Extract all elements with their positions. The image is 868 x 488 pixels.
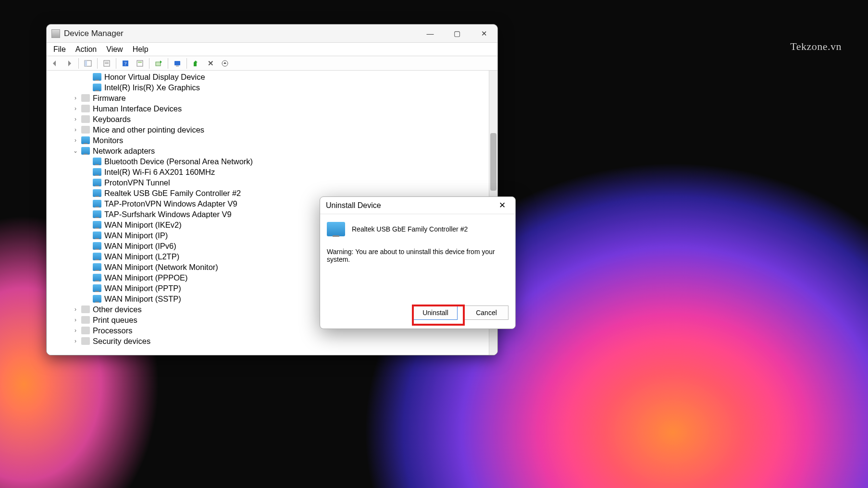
tree-item-label: Firmware [92,93,126,103]
category-icon [81,105,90,112]
tree-item-label: Keyboards [92,114,131,124]
monitor-icon [93,158,101,165]
tree-device[interactable]: Bluetooth Device (Personal Area Network) [49,156,488,167]
dialog-warning-text: Warning: You are about to uninstall this… [327,248,508,263]
svg-rect-7 [137,61,143,66]
menu-file[interactable]: File [50,44,70,55]
monitor-icon [93,284,101,292]
svg-rect-12 [194,62,197,66]
tree-item-label: Realtek USB GbE Family Controller #2 [103,188,241,198]
category-icon [81,316,90,324]
tree-category[interactable]: ⌄Network adapters [49,146,488,156]
menu-action[interactable]: Action [72,44,100,55]
expand-chevron-icon[interactable]: › [72,93,79,103]
monitor-icon [93,84,101,91]
scan-hardware-button[interactable] [171,58,184,69]
tree-item-label: Print queues [92,315,137,325]
update-driver-button[interactable] [152,58,165,69]
svg-text:?: ? [124,61,127,66]
monitor-icon [93,189,101,197]
svg-rect-8 [138,61,142,63]
monitor-icon [81,136,90,144]
category-icon [81,327,90,334]
tree-item-label: WAN Miniport (IKEv2) [103,220,182,230]
tree-item-label: Honor Virtual Display Device [103,72,205,82]
tree-item-label: Monitors [92,135,123,146]
uninstall-button[interactable]: Uninstall [413,305,458,320]
device-manager-icon [51,29,60,38]
menu-view[interactable]: View [102,44,126,55]
expand-chevron-icon[interactable]: › [72,325,79,336]
expand-chevron-icon[interactable]: › [72,336,79,346]
tree-category[interactable]: ›Mice and other pointing devices [49,124,488,135]
tree-item-label: TAP-ProtonVPN Windows Adapter V9 [103,198,237,209]
monitor-icon [93,221,101,229]
uninstall-device-dialog: Uninstall Device ✕ Realtek USB GbE Famil… [320,196,516,329]
expand-chevron-icon[interactable]: › [72,124,79,135]
expand-chevron-icon[interactable]: › [72,103,79,114]
expand-chevron-icon[interactable]: › [72,135,79,146]
dialog-close-button[interactable]: ✕ [495,200,509,210]
tree-item-label: WAN Miniport (IP) [103,230,168,241]
monitor-icon [93,179,101,186]
tree-category[interactable]: ›Human Interface Devices [49,103,488,114]
window-close-button[interactable]: ✕ [471,24,497,43]
add-legacy-hardware-button[interactable] [219,58,231,69]
help-button[interactable]: ? [119,58,132,69]
tree-category[interactable]: ›Keyboards [49,114,488,124]
dialog-device-name: Realtek USB GbE Family Controller #2 [352,225,468,233]
tree-item-label: Security devices [92,336,150,346]
category-icon [81,126,90,134]
monitor-icon [81,147,90,155]
svg-rect-10 [174,61,180,65]
expand-chevron-icon[interactable]: › [72,315,79,325]
tree-item-label: WAN Miniport (PPTP) [103,283,181,293]
scrollbar-thumb[interactable] [490,133,496,191]
tree-item-label: Mice and other pointing devices [92,124,204,135]
expand-chevron-icon[interactable]: › [72,114,79,124]
tree-item-label: TAP-Surfshark Windows Adapter V9 [103,209,232,220]
tree-item-label: Bluetooth Device (Personal Area Network) [103,156,253,167]
window-minimize-button[interactable]: — [417,24,444,43]
menu-bar: File Action View Help [47,43,497,56]
monitor-icon [93,168,101,176]
action-button[interactable] [134,58,146,69]
dialog-titlebar[interactable]: Uninstall Device ✕ [320,197,515,214]
expand-chevron-icon[interactable]: › [72,304,79,315]
svg-rect-9 [156,62,161,66]
tree-item-label: WAN Miniport (PPPOE) [103,272,188,283]
window-maximize-button[interactable]: ▢ [444,24,471,43]
tree-device[interactable]: Intel(R) Wi-Fi 6 AX201 160MHz [49,167,488,177]
tree-item-label: Processors [92,325,133,336]
category-icon [81,115,90,123]
expand-chevron-icon[interactable]: ⌄ [72,146,79,156]
menu-help[interactable]: Help [129,44,152,55]
tree-item-label: Network adapters [92,146,155,156]
watermark-text: Tekzone.vn [790,40,842,53]
tree-item-label: Other devices [92,304,142,315]
tree-category[interactable]: ›Monitors [49,135,488,146]
tree-category[interactable]: ›Firmware [49,93,488,103]
svg-rect-11 [176,66,179,66]
network-adapter-icon [327,222,345,236]
tree-device[interactable]: Honor Virtual Display Device [49,72,488,82]
forward-button[interactable] [63,58,75,69]
properties-button[interactable] [100,58,113,69]
tree-device[interactable]: ProtonVPN Tunnel [49,177,488,188]
back-button[interactable] [49,58,61,69]
cancel-button[interactable]: Cancel [464,305,508,320]
uninstall-device-button[interactable]: ✕ [204,58,217,69]
tree-item-label: WAN Miniport (L2TP) [103,251,179,262]
show-hide-tree-button[interactable] [82,58,94,69]
tree-item-label: WAN Miniport (SSTP) [103,293,181,304]
monitor-icon [93,200,101,207]
toolbar: ? ✕ [47,56,497,71]
monitor-icon [93,295,101,303]
monitor-icon [93,242,101,250]
window-title: Device Manager [64,29,124,38]
disable-device-button[interactable] [190,58,202,69]
tree-item-label: Intel(R) Wi-Fi 6 AX201 160MHz [103,167,215,177]
tree-device[interactable]: Intel(R) Iris(R) Xe Graphics [49,82,488,93]
titlebar[interactable]: Device Manager — ▢ ✕ [47,24,497,43]
tree-category[interactable]: ›Security devices [49,336,488,346]
